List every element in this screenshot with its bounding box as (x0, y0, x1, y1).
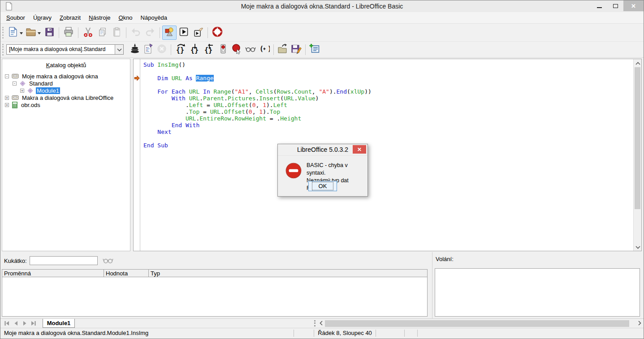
tree-item-label: Standard (28, 80, 54, 87)
object-catalog-button[interactable] (162, 26, 177, 40)
run-button[interactable] (177, 26, 191, 40)
tree-item-standard[interactable]: -Standard (5, 80, 130, 87)
scroll-right-button[interactable] (636, 320, 643, 327)
menu-soubor[interactable]: Soubor (2, 13, 29, 23)
step-out-button[interactable]: {} (202, 43, 216, 56)
next-tab-button[interactable] (21, 320, 28, 327)
dropdown-arrow-icon[interactable] (38, 29, 41, 36)
library-icon (12, 73, 19, 79)
execution-arrow-icon (134, 75, 140, 82)
step-out-icon: {} (203, 43, 215, 56)
vertical-scroll-thumb[interactable] (635, 67, 640, 209)
enable-watch-button-disabled[interactable] (101, 255, 115, 266)
tree-item-label: Module1 (36, 87, 60, 94)
watch-input[interactable] (30, 256, 98, 265)
find-parentheses-button[interactable]: ( ) (258, 43, 271, 56)
parentheses-icon: ( ) (259, 43, 270, 56)
watch-column-hodnota[interactable]: Hodnota (104, 270, 149, 277)
module-tab-bar: Module1 (0, 318, 644, 328)
menu-nstroje[interactable]: Nástroje (85, 13, 114, 23)
manage-breakpoints-button[interactable] (230, 43, 243, 56)
scrollbar-splitter[interactable] (314, 320, 316, 326)
save-button[interactable] (42, 26, 56, 40)
toolbar-grip[interactable] (2, 27, 4, 39)
status-cell-empty (418, 330, 644, 337)
paste-button[interactable] (109, 26, 124, 40)
code-line: .Left = URL.Offset(0, 1).Left (143, 102, 630, 108)
standard-toolbar (0, 24, 644, 42)
dialog-close-button[interactable]: ✕ (353, 145, 366, 154)
save-source-button[interactable] (290, 43, 303, 56)
tree-item-makra-a-dialogov-okna-libreoffice[interactable]: +Makra a dialogová okna LibreOffice (5, 94, 130, 101)
watch-table[interactable]: ProměnnáHodnotaTyp (2, 269, 428, 317)
editor-horizontal-scrollbar[interactable] (325, 320, 635, 327)
import-source-icon (277, 43, 288, 56)
scroll-down-button[interactable] (634, 243, 642, 251)
run-basic-button[interactable] (142, 43, 155, 56)
last-tab-button[interactable] (30, 320, 37, 327)
previous-tab-button[interactable] (12, 320, 19, 327)
print-button[interactable] (61, 26, 76, 40)
modules-button[interactable] (308, 43, 321, 56)
toolbar-separator (305, 44, 306, 55)
dropdown-arrow-icon[interactable] (20, 29, 23, 36)
menu-zobrazit[interactable]: Zobrazit (56, 13, 85, 23)
toggle-breakpoint-button[interactable] (216, 43, 230, 56)
breakpoint-icon (218, 43, 229, 56)
tree-item-moje-makra-a-dialogov-okna[interactable]: -Moje makra a dialogová okna (5, 73, 130, 80)
first-tab-button[interactable] (3, 320, 10, 327)
step-over-button[interactable]: {} (173, 43, 188, 56)
menu-okno[interactable]: Okno (115, 13, 137, 23)
import-source-button[interactable] (276, 43, 290, 56)
call-stack-list[interactable] (435, 268, 640, 317)
step-into-button[interactable]: {} (188, 43, 202, 56)
combo-dropdown-button[interactable] (115, 45, 123, 54)
toolbar-grip[interactable] (2, 44, 4, 56)
enable-watch-button[interactable] (243, 43, 258, 56)
undo-button[interactable] (129, 26, 143, 40)
new-document-button[interactable] (6, 26, 24, 40)
editor-vertical-scrollbar[interactable] (633, 59, 641, 251)
status-cell-empty (405, 330, 418, 337)
expand-icon[interactable]: + (5, 103, 9, 107)
status-cursor-position: Řádek 8, Sloupec 40 (314, 330, 376, 337)
watch-panel: Kukátko: ProměnnáHodnotaTyp (0, 252, 430, 318)
scroll-up-button[interactable] (634, 59, 642, 67)
scroll-left-button[interactable] (317, 320, 324, 327)
status-bar: Moje makra a dialogová okna.Standard.Mod… (0, 328, 644, 338)
close-button[interactable]: ✕ (623, 0, 644, 11)
watch-column-typ[interactable]: Typ (149, 270, 427, 277)
breakpoint-gutter[interactable] (134, 59, 140, 251)
menu-pravy[interactable]: Úpravy (29, 13, 56, 23)
expand-icon[interactable]: + (5, 96, 9, 100)
choose-macro-button[interactable] (191, 26, 205, 40)
help-button[interactable] (210, 26, 225, 40)
tree-item-label: Makra a dialogová okna LibreOffice (21, 94, 114, 101)
status-current-macro: Moje makra a dialogová okna.Standard.Mod… (0, 330, 294, 337)
code-line (143, 135, 630, 142)
expand-icon[interactable]: + (20, 89, 24, 93)
copy-button[interactable] (95, 26, 109, 40)
horizontal-scroll-thumb[interactable] (325, 320, 629, 327)
ok-button[interactable]: OK (308, 181, 337, 191)
cut-button[interactable] (81, 26, 95, 40)
redo-button[interactable] (143, 26, 157, 40)
compile-icon (130, 43, 140, 56)
open-button[interactable] (24, 26, 42, 40)
stop-button[interactable] (155, 43, 169, 56)
library-select[interactable]: [Moje makra a dialogová okna].Standard (6, 44, 124, 55)
watch-column-promnn[interactable]: Proměnná (2, 270, 104, 277)
compile-button[interactable] (128, 43, 142, 56)
tree-item-module1[interactable]: +Module1 (5, 87, 130, 94)
collapse-icon[interactable]: - (13, 82, 17, 86)
collapse-icon[interactable]: - (5, 74, 9, 78)
tab-module1[interactable]: Module1 (43, 319, 75, 328)
stop-icon (156, 43, 167, 56)
maximize-button[interactable] (607, 0, 623, 11)
code-editor[interactable]: Sub InsImg() Dim URL As Range For Each U… (133, 59, 642, 251)
title-bar: Moje makra a dialogová okna.Standard - L… (0, 0, 644, 12)
menu-npovda[interactable]: Nápověda (137, 13, 171, 23)
tree-item-obr-ods[interactable]: +obr.ods (5, 101, 130, 108)
object-tree: -Moje makra a dialogová okna-Standard+Mo… (2, 72, 130, 108)
minimize-button[interactable] (591, 0, 607, 11)
